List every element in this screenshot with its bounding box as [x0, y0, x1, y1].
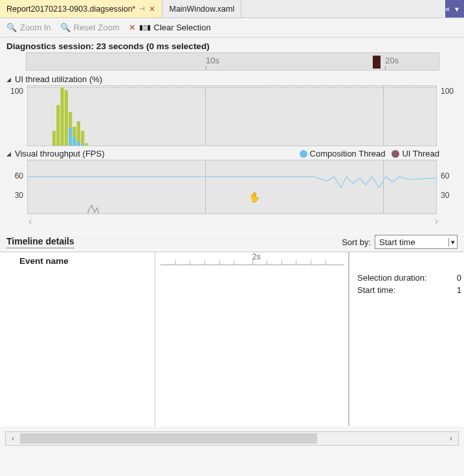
scrollbar-track[interactable] — [20, 432, 444, 445]
ruler-tick-20s: 20s — [385, 56, 399, 65]
horizontal-scrollbar[interactable]: ‹ › — [5, 431, 459, 446]
session-header: Diagnostics session: 23 seconds (0 ms se… — [0, 38, 464, 52]
timeline-details-body: Event name 2s Selection duration: 0 Star… — [0, 252, 464, 426]
start-time-value: 1 — [457, 285, 461, 295]
timeline-caret[interactable] — [373, 56, 381, 69]
scrollbar-thumb[interactable] — [20, 433, 317, 444]
legend-swatch-composition — [300, 150, 307, 158]
collapse-icon[interactable]: ◢ — [6, 76, 11, 83]
axis-right: 60 30 — [438, 160, 458, 214]
svg-rect-2 — [60, 87, 63, 146]
svg-rect-3 — [65, 90, 68, 146]
scroll-right-icon[interactable]: › — [435, 215, 438, 227]
svg-rect-8 — [85, 143, 87, 146]
selection-duration-label: Selection duration: — [357, 273, 427, 283]
reset-zoom-button: 🔍 Reset Zoom — [60, 23, 120, 32]
collapse-icon[interactable]: ◢ — [6, 151, 11, 157]
fps-line-svg — [28, 160, 436, 214]
details-ruler[interactable]: 2s — [160, 254, 344, 265]
tab-diagsession[interactable]: Report20170213-0903.diagsession* ⊣ ✕ — [0, 0, 162, 17]
editor-tab-strip: Report20170213-0903.diagsession* ⊣ ✕ Mai… — [0, 0, 464, 18]
tab-label: Report20170213-0903.diagsession* — [6, 5, 135, 14]
zoom-reset-icon: 🔍 — [60, 23, 71, 32]
dropdown-icon[interactable]: ▾ — [455, 5, 459, 14]
svg-rect-11 — [72, 137, 76, 146]
svg-rect-7 — [81, 131, 84, 146]
svg-rect-1 — [56, 105, 60, 146]
selection-duration-value: 0 — [457, 273, 461, 283]
axis-right: 100 — [438, 85, 458, 146]
lane-scroll-handles: ‹ › — [6, 214, 458, 230]
bar-chart-icon: ▮▯▮ — [139, 23, 151, 32]
details-properties-pane: Selection duration: 0 Start time: 1 — [349, 252, 464, 426]
tab-mainwindow-xaml[interactable]: MainWindow.xaml — [162, 0, 241, 17]
scroll-left-icon[interactable]: ‹ — [28, 215, 32, 227]
timeline-details-title: Timeline details — [6, 236, 74, 248]
legend: Composition Thread UI Thread — [300, 149, 458, 158]
event-name-header: Event name — [19, 256, 69, 266]
close-icon[interactable]: ✕ — [149, 5, 155, 13]
scroll-left-icon[interactable]: ‹ — [6, 434, 20, 443]
ruler-tick-10s: 10s — [206, 56, 219, 65]
chevron-down-icon[interactable]: ▾ — [448, 238, 455, 246]
ui-thread-bars-svg — [28, 86, 436, 146]
zoom-in-icon: 🔍 — [6, 23, 17, 32]
diagnostics-toolbar: 🔍 Zoom In 🔍 Reset Zoom ✕ ▮▯▮ Clear Selec… — [0, 18, 464, 38]
legend-swatch-uithread — [392, 150, 399, 158]
svg-rect-12 — [77, 142, 80, 146]
scroll-right-icon[interactable]: › — [444, 434, 458, 443]
plot-visual-throughput[interactable]: ✋ — [27, 160, 437, 214]
sort-by-dropdown[interactable]: Start time ▾ — [375, 235, 458, 249]
timeline-details-track[interactable]: 2s — [155, 252, 349, 426]
clear-selection-button[interactable]: ✕ ▮▯▮ Clear Selection — [129, 23, 211, 32]
tab-overflow[interactable]: « ▾ — [445, 0, 464, 17]
zoom-in-button: 🔍 Zoom In — [6, 23, 51, 32]
clear-selection-icon: ✕ — [129, 23, 136, 32]
axis-left: 100 — [6, 85, 26, 146]
svg-rect-0 — [52, 131, 56, 146]
start-time-label: Start time: — [357, 285, 395, 295]
lane-header-ui-thread[interactable]: ◢ UI thread utilization (%) — [6, 72, 458, 85]
timeline-ruler[interactable]: 10s 20s — [26, 52, 439, 70]
svg-rect-10 — [69, 127, 72, 146]
axis-left: 60 30 — [6, 160, 26, 214]
chevron-left-icon[interactable]: « — [445, 5, 450, 14]
tab-label: MainWindow.xaml — [169, 5, 234, 14]
lane-header-visual-throughput[interactable]: ◢ Visual throughput (FPS) Composition Th… — [6, 146, 458, 160]
sort-by-label: Sort by: — [342, 237, 371, 247]
pin-icon[interactable]: ⊣ — [139, 5, 145, 12]
svg-rect-13 — [81, 144, 84, 146]
plot-ui-thread-utilization[interactable] — [27, 85, 437, 146]
